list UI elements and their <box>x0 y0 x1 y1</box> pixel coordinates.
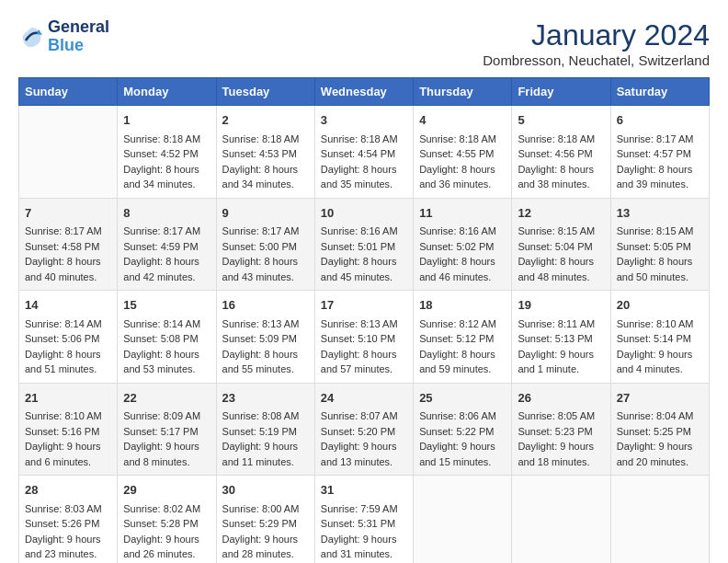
cell-info-line: and 6 minutes. <box>25 454 111 470</box>
calendar-cell: 19Sunrise: 8:11 AMSunset: 5:13 PMDayligh… <box>512 291 610 384</box>
cell-info-line: Sunrise: 8:00 AM <box>222 501 309 517</box>
cell-info-line: Daylight: 8 hours <box>617 162 703 178</box>
weekday-header-wednesday: Wednesday <box>314 78 413 106</box>
cell-info-line: and 57 minutes. <box>321 362 407 377</box>
cell-info-line: Sunrise: 8:18 AM <box>222 132 309 147</box>
day-number: 20 <box>617 296 703 315</box>
calendar-cell: 16Sunrise: 8:13 AMSunset: 5:09 PMDayligh… <box>216 291 314 384</box>
cell-info-line: Sunset: 5:13 PM <box>518 331 604 347</box>
cell-info-line: and 39 minutes. <box>617 177 703 192</box>
cell-info-line: Sunset: 5:28 PM <box>123 516 210 532</box>
cell-info-line: Daylight: 8 hours <box>222 162 309 178</box>
calendar-week-1: 1Sunrise: 8:18 AMSunset: 4:52 PMDaylight… <box>19 106 710 199</box>
cell-info-line: and 38 minutes. <box>518 177 604 192</box>
cell-info-line: Sunrise: 8:18 AM <box>123 132 210 147</box>
cell-info-line: Sunset: 4:56 PM <box>518 146 604 162</box>
calendar-cell: 1Sunrise: 8:18 AMSunset: 4:52 PMDaylight… <box>118 106 216 199</box>
calendar-cell: 21Sunrise: 8:10 AMSunset: 5:16 PMDayligh… <box>19 383 118 476</box>
cell-info-line: Sunset: 5:04 PM <box>518 239 604 255</box>
cell-info-line: Sunrise: 8:10 AM <box>25 408 111 424</box>
day-number: 26 <box>518 389 604 408</box>
weekday-header-thursday: Thursday <box>414 78 512 106</box>
cell-info-line: Sunset: 5:01 PM <box>321 239 407 255</box>
calendar-week-2: 7Sunrise: 8:17 AMSunset: 4:58 PMDaylight… <box>19 198 710 291</box>
calendar-cell: 30Sunrise: 8:00 AMSunset: 5:29 PMDayligh… <box>216 476 314 564</box>
cell-info-line: Sunset: 4:57 PM <box>617 146 703 162</box>
calendar-cell: 11Sunrise: 8:16 AMSunset: 5:02 PMDayligh… <box>414 198 512 291</box>
cell-info-line: Daylight: 8 hours <box>222 347 309 362</box>
cell-info-line: Sunrise: 8:17 AM <box>617 132 703 147</box>
cell-info-line: Sunrise: 8:17 AM <box>25 224 111 239</box>
cell-info-line: and 36 minutes. <box>419 177 506 192</box>
calendar-cell: 25Sunrise: 8:06 AMSunset: 5:22 PMDayligh… <box>414 383 512 476</box>
day-number: 15 <box>123 296 210 315</box>
day-number: 12 <box>518 204 604 223</box>
day-number: 4 <box>419 111 506 130</box>
calendar-cell: 17Sunrise: 8:13 AMSunset: 5:10 PMDayligh… <box>314 291 413 384</box>
day-number: 18 <box>419 296 506 315</box>
cell-info-line: Daylight: 8 hours <box>321 162 407 178</box>
calendar-cell: 2Sunrise: 8:18 AMSunset: 4:53 PMDaylight… <box>216 106 314 199</box>
cell-info-line: and 34 minutes. <box>222 177 309 192</box>
month-title: January 2024 <box>483 18 710 52</box>
cell-info-line: Sunset: 5:08 PM <box>123 331 210 347</box>
day-number: 11 <box>419 204 506 223</box>
cell-info-line: and 50 minutes. <box>617 270 703 285</box>
cell-info-line: and 15 minutes. <box>419 454 506 470</box>
cell-info-line: Daylight: 9 hours <box>321 532 407 547</box>
day-number: 3 <box>321 111 407 130</box>
cell-info-line: Daylight: 8 hours <box>123 254 210 270</box>
weekday-header-saturday: Saturday <box>610 78 709 106</box>
calendar-table: SundayMondayTuesdayWednesdayThursdayFrid… <box>18 77 710 563</box>
weekday-header-friday: Friday <box>512 78 610 106</box>
cell-info-line: Sunset: 5:29 PM <box>222 516 309 532</box>
cell-info-line: Sunset: 5:16 PM <box>25 424 111 440</box>
cell-info-line: and 42 minutes. <box>123 270 210 285</box>
cell-info-line: Sunset: 5:10 PM <box>321 331 407 347</box>
cell-info-line: Sunset: 5:09 PM <box>222 331 309 347</box>
day-number: 27 <box>617 389 703 408</box>
cell-info-line: Sunset: 4:58 PM <box>25 239 111 255</box>
cell-info-line: Daylight: 8 hours <box>321 254 407 270</box>
day-number: 28 <box>25 481 111 500</box>
cell-info-line: Sunset: 4:59 PM <box>123 239 210 255</box>
cell-info-line: Daylight: 8 hours <box>123 347 210 362</box>
calendar-cell: 15Sunrise: 8:14 AMSunset: 5:08 PMDayligh… <box>118 291 216 384</box>
location-subtitle: Dombresson, Neuchatel, Switzerland <box>483 52 710 68</box>
cell-info-line: Sunset: 5:26 PM <box>25 516 111 532</box>
cell-info-line: Sunrise: 8:11 AM <box>518 316 604 332</box>
cell-info-line: Sunrise: 8:17 AM <box>222 224 309 239</box>
cell-info-line: and 45 minutes. <box>321 270 407 285</box>
cell-info-line: Sunset: 5:00 PM <box>222 239 309 255</box>
calendar-cell <box>414 476 512 564</box>
cell-info-line: Sunset: 5:31 PM <box>321 516 407 532</box>
cell-info-line: and 46 minutes. <box>419 270 506 285</box>
cell-info-line: Sunrise: 8:14 AM <box>25 316 111 332</box>
weekday-header-sunday: Sunday <box>19 78 118 106</box>
calendar-cell: 4Sunrise: 8:18 AMSunset: 4:55 PMDaylight… <box>414 106 512 199</box>
cell-info-line: and 4 minutes. <box>617 362 703 377</box>
calendar-cell: 9Sunrise: 8:17 AMSunset: 5:00 PMDaylight… <box>216 198 314 291</box>
logo-line2: Blue <box>48 37 109 55</box>
day-number: 9 <box>222 204 309 223</box>
day-number: 2 <box>222 111 309 130</box>
cell-info-line: Sunrise: 8:07 AM <box>321 408 407 424</box>
cell-info-line: Sunset: 5:06 PM <box>25 331 111 347</box>
cell-info-line: and 18 minutes. <box>518 454 604 470</box>
day-number: 31 <box>321 481 407 500</box>
cell-info-line: and 59 minutes. <box>419 362 506 377</box>
page-header: General Blue January 2024 Dombresson, Ne… <box>18 18 710 68</box>
cell-info-line: and 1 minute. <box>518 362 604 377</box>
cell-info-line: Daylight: 8 hours <box>321 347 407 362</box>
cell-info-line: Sunrise: 8:04 AM <box>617 408 703 424</box>
calendar-cell: 8Sunrise: 8:17 AMSunset: 4:59 PMDaylight… <box>118 198 216 291</box>
day-number: 1 <box>123 111 210 130</box>
cell-info-line: Daylight: 8 hours <box>419 162 506 178</box>
calendar-cell: 20Sunrise: 8:10 AMSunset: 5:14 PMDayligh… <box>610 291 709 384</box>
cell-info-line: Sunset: 5:25 PM <box>617 424 703 440</box>
cell-info-line: Daylight: 9 hours <box>617 439 703 454</box>
calendar-week-4: 21Sunrise: 8:10 AMSunset: 5:16 PMDayligh… <box>19 383 710 476</box>
day-number: 23 <box>222 389 309 408</box>
cell-info-line: and 8 minutes. <box>123 454 210 470</box>
cell-info-line: Daylight: 9 hours <box>25 439 111 454</box>
